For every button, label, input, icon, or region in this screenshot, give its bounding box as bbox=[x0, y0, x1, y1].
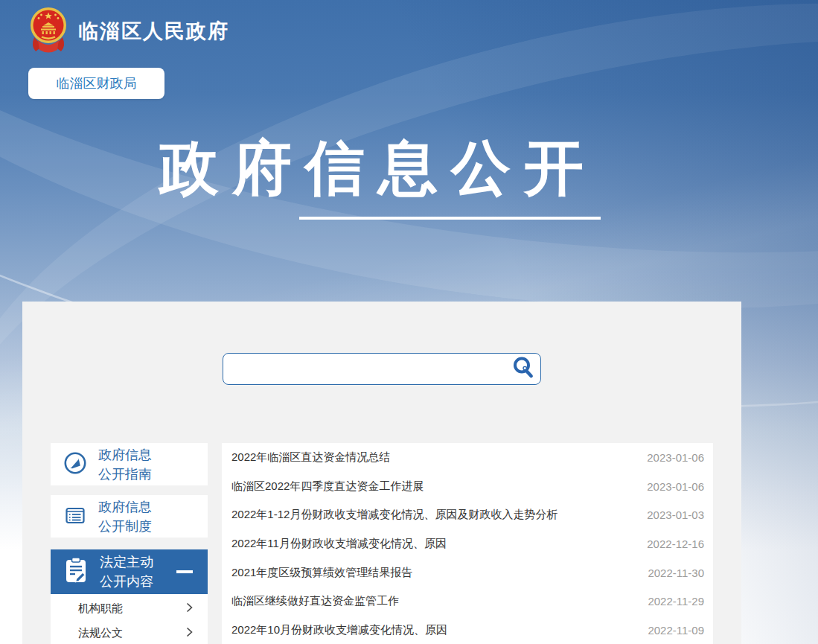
search-button[interactable] bbox=[509, 356, 537, 382]
article-date: 2023-01-03 bbox=[647, 508, 704, 521]
article-row[interactable]: 2022年10月份财政收支增减变化情况、原因 2022-11-09 bbox=[222, 616, 713, 644]
submenu-item-label: 机构职能 bbox=[78, 602, 123, 616]
article-row[interactable]: 2022年临淄区直达资金情况总结 2023-01-06 bbox=[222, 443, 713, 472]
submenu-item-regulations[interactable]: 法规公文 bbox=[51, 621, 208, 644]
article-row[interactable]: 2022年1-12月份财政收支增减变化情况、原因及财政收入走势分析 2023-0… bbox=[222, 500, 713, 529]
sidebar-item-label: 政府信息 公开指南 bbox=[98, 445, 152, 484]
department-button[interactable]: 临淄区财政局 bbox=[28, 68, 164, 99]
title-underline-decoration bbox=[299, 217, 601, 220]
site-title: 临淄区人民政府 bbox=[78, 18, 229, 45]
article-row[interactable]: 临淄区继续做好直达资金监管工作 2022-11-29 bbox=[222, 587, 713, 616]
site-brand: 临淄区人民政府 bbox=[28, 6, 229, 57]
chevron-right-icon bbox=[186, 627, 193, 640]
sidebar-item-label: 法定主动 公开内容 bbox=[100, 552, 153, 591]
article-title[interactable]: 临淄区继续做好直达资金监管工作 bbox=[231, 594, 399, 608]
search-input[interactable] bbox=[223, 353, 541, 385]
article-title[interactable]: 2022年11月份财政收支增减变化情况、原因 bbox=[231, 537, 447, 551]
page-title: 政府信息公开 bbox=[159, 137, 597, 200]
article-title[interactable]: 2022年10月份财政收支增减变化情况、原因 bbox=[231, 623, 447, 637]
article-date: 2022-11-09 bbox=[648, 624, 704, 637]
department-button-label: 临淄区财政局 bbox=[57, 74, 137, 92]
chevron-right-icon bbox=[186, 602, 193, 615]
article-date: 2023-01-06 bbox=[647, 451, 704, 464]
search-bar bbox=[223, 353, 541, 385]
sidebar-item-label: 政府信息 公开制度 bbox=[98, 497, 152, 536]
article-date: 2022-11-29 bbox=[648, 595, 704, 608]
article-title[interactable]: 2022年1-12月份财政收支增减变化情况、原因及财政收入走势分析 bbox=[231, 508, 557, 522]
article-title[interactable]: 2021年度区级预算绩效管理结果报告 bbox=[231, 566, 412, 580]
article-list: 2022年临淄区直达资金情况总结 2023-01-06 临淄区2022年四季度直… bbox=[222, 443, 713, 644]
sidebar-item-guide[interactable]: 政府信息 公开指南 bbox=[51, 443, 208, 485]
content-panel: 政府信息 公开指南 政府信息 公开制度 bbox=[22, 302, 741, 644]
sidebar-item-system[interactable]: 政府信息 公开制度 bbox=[51, 495, 208, 538]
clipboard-pencil-icon bbox=[63, 555, 89, 588]
national-emblem-icon bbox=[28, 6, 68, 57]
article-title[interactable]: 2022年临淄区直达资金情况总结 bbox=[231, 450, 390, 465]
sidebar-item-statutory-disclosure[interactable]: 法定主动 公开内容 bbox=[51, 549, 208, 594]
article-row[interactable]: 2022年11月份财政收支增减变化情况、原因 2022-12-16 bbox=[222, 529, 713, 558]
submenu-item-functions[interactable]: 机构职能 bbox=[51, 596, 208, 621]
article-date: 2022-11-30 bbox=[648, 567, 704, 579]
submenu-item-label: 法规公文 bbox=[78, 626, 123, 640]
article-row[interactable]: 2021年度区级预算绩效管理结果报告 2022-11-30 bbox=[222, 558, 713, 587]
ledger-icon bbox=[63, 503, 88, 531]
article-title[interactable]: 临淄区2022年四季度直达资金工作进展 bbox=[231, 479, 424, 494]
article-row[interactable]: 临淄区2022年四季度直达资金工作进展 2023-01-06 bbox=[222, 472, 713, 501]
minus-icon bbox=[176, 570, 193, 573]
compass-icon bbox=[63, 450, 88, 479]
sidebar-submenu: 机构职能 法规公文 bbox=[51, 594, 208, 644]
article-date: 2023-01-06 bbox=[647, 480, 704, 493]
article-date: 2022-12-16 bbox=[647, 538, 704, 550]
search-icon bbox=[511, 355, 536, 383]
